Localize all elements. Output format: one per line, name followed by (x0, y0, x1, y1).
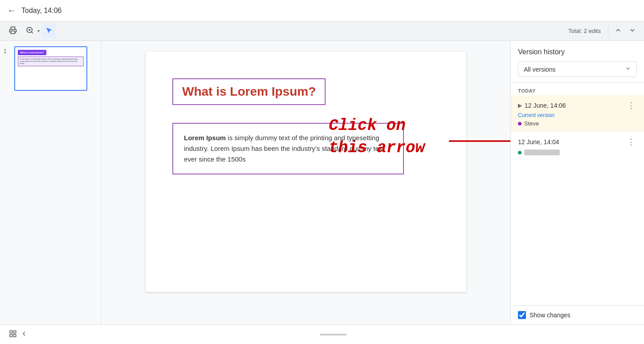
version-item-current[interactable]: ▶ 12 June, 14:06 ⋮ Current version Steve (511, 95, 644, 131)
version-filter-dropdown[interactable]: All versions (518, 61, 637, 77)
svg-rect-11 (10, 334, 12, 336)
nav-up-button[interactable] (612, 25, 624, 37)
document-title: Today, 14:06 (21, 7, 61, 15)
toolbar: ▾ Total: 2 edits (0, 21, 644, 41)
svg-rect-12 (14, 334, 16, 336)
top-bar: ← Today, 14:06 (0, 0, 644, 21)
svg-rect-9 (10, 331, 12, 333)
version-date-2: 12 June, 14:04 (518, 138, 559, 146)
version-more-button-2[interactable]: ⋮ (625, 136, 637, 148)
filter-dropdown-icon (625, 65, 631, 73)
version-footer: Show changes (511, 305, 644, 324)
author-name-1: Steve (524, 120, 539, 127)
author-name-blurred-2 (524, 150, 560, 155)
slide-page: What is Lorem Ipsum? Lorem Ipsum is simp… (146, 52, 466, 292)
version-more-button-1[interactable]: ⋮ (625, 100, 637, 111)
slide-item: 1 What is Lorem Ipsum? Lorem Ipsum is si… (4, 46, 98, 91)
nav-down-button[interactable] (626, 25, 639, 37)
collapse-panel-button[interactable] (19, 328, 29, 341)
slide-heading-box: What is Lorem Ipsum? (172, 78, 326, 105)
slide-number: 1 (4, 46, 11, 54)
thumb-body: Lorem Ipsum is simply dummy text of the … (18, 57, 84, 66)
svg-line-2 (31, 32, 33, 33)
version-section-today: TODAY (511, 83, 644, 95)
slide-thumbnail[interactable]: What is Lorem Ipsum? Lorem Ipsum is simp… (14, 46, 87, 91)
author-dot-green (518, 151, 522, 154)
version-author-1: Steve (518, 120, 637, 127)
version-panel: Version history All versions TODAY ▶ 12 … (510, 41, 644, 324)
show-changes-checkbox[interactable] (518, 311, 526, 319)
version-current-label: Current version (518, 112, 637, 118)
svg-rect-10 (14, 331, 16, 333)
version-date-1: 12 June, 14:06 (525, 102, 566, 109)
zoom-dropdown-arrow: ▾ (37, 28, 40, 33)
thumb-title: What is Lorem Ipsum? (18, 50, 46, 55)
filter-label: All versions (524, 66, 556, 73)
slide-body-box: Lorem Ipsum is simply dummy text of the … (172, 123, 404, 174)
version-item-2[interactable]: 12 June, 14:04 ⋮ (511, 131, 644, 160)
show-changes-label[interactable]: Show changes (530, 312, 571, 319)
cursor-icon (45, 26, 53, 36)
cursor-button[interactable] (41, 24, 57, 39)
back-arrow-icon: ← (7, 5, 16, 16)
back-button[interactable]: ← (7, 5, 16, 16)
svg-rect-0 (11, 31, 15, 33)
slide-body-text: Lorem Ipsum is simply dummy text of the … (184, 133, 392, 165)
version-author-2 (518, 150, 637, 155)
version-header: Version history All versions (511, 41, 644, 83)
version-list: TODAY ▶ 12 June, 14:06 ⋮ Current version… (511, 83, 644, 305)
zoom-group: ▾ (22, 24, 40, 39)
author-dot-purple (518, 122, 522, 125)
bottom-bar (0, 324, 644, 344)
scroll-indicator (320, 334, 346, 336)
slide-panel: 1 What is Lorem Ipsum? Lorem Ipsum is si… (0, 41, 102, 324)
expand-arrow-icon: ▶ (518, 102, 522, 109)
slide-heading: What is Lorem Ipsum? (182, 85, 316, 98)
grid-view-button[interactable] (7, 328, 19, 341)
document-canvas: What is Lorem Ipsum? Lorem Ipsum is simp… (102, 41, 510, 324)
zoom-icon (26, 26, 34, 36)
main-area: 1 What is Lorem Ipsum? Lorem Ipsum is si… (0, 41, 644, 324)
print-button[interactable] (5, 24, 20, 39)
edit-count: Total: 2 edits (568, 28, 601, 34)
zoom-button[interactable] (22, 24, 37, 39)
print-icon (9, 26, 17, 36)
bold-text: Lorem Ipsum (184, 134, 226, 142)
version-panel-title: Version history (518, 48, 637, 56)
